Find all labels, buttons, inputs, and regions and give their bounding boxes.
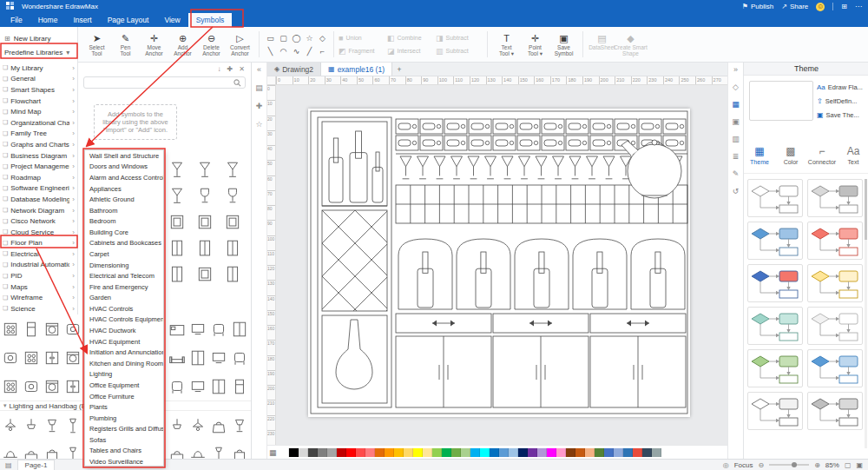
panel-tab-text[interactable]: Aa Text <box>838 142 868 173</box>
symbol-thumbnail-cabinet[interactable] <box>62 372 83 400</box>
submenu-item-tables-and-chairs[interactable]: Tables and Chairs <box>85 446 163 457</box>
scrollbar-thumb[interactable] <box>865 179 867 240</box>
library-item-roadmap[interactable]: ❏ Roadmap › <box>0 172 77 183</box>
library-item-software-engineering[interactable]: ❏ Software Engineering › <box>0 183 77 195</box>
library-item-business-diagram[interactable]: ❏ Business Diagram › <box>0 150 77 162</box>
symbol-thumbnail-wine-glass[interactable] <box>163 156 191 182</box>
library-item-network-diagram[interactable]: ❏ Network Diagram › <box>0 205 77 216</box>
submenu-item-lighting[interactable]: Lighting <box>85 369 163 381</box>
add-symbols-icon[interactable]: ✚ <box>256 102 263 110</box>
symbol-thumbnail-stove[interactable] <box>21 343 42 372</box>
library-item-organizational-chart[interactable]: ❏ Organizational Chart › <box>0 117 77 129</box>
convert-anchor-button[interactable]: ▷ Convert Anchor <box>226 33 254 56</box>
symbol-thumbnail-sofa[interactable] <box>167 343 187 372</box>
symbol-thumbnail-goblet[interactable] <box>191 182 219 209</box>
freeform-shape-icon[interactable]: ╱ <box>303 44 316 57</box>
library-item-industrial-automation[interactable]: ❏ Industrial Automation › <box>0 260 77 271</box>
menu-tab-home[interactable]: Home <box>30 13 66 27</box>
symbol-thumbnail-washer[interactable] <box>42 372 62 400</box>
create-smart-shape-button[interactable]: ◆ Create Smart Shape <box>616 33 645 56</box>
selection-tool-button[interactable]: ➤ Select Tool <box>82 33 111 56</box>
curve-shape-icon[interactable]: ∿ <box>290 44 303 57</box>
submenu-item-bathroom[interactable]: Bathroom <box>85 205 163 216</box>
library-item-maps[interactable]: ❏ Maps › <box>0 281 77 293</box>
color-swatch[interactable] <box>451 448 461 457</box>
symbol-thumbnail-panel[interactable] <box>163 235 191 261</box>
submenu-item-building-core[interactable]: Building Core <box>85 227 163 238</box>
layers-icon[interactable]: ≣ <box>733 152 740 161</box>
submenu-item-bedroom[interactable]: Bedroom <box>85 215 163 227</box>
focus-icon[interactable]: ◎ <box>723 461 729 469</box>
color-swatch[interactable] <box>308 448 318 457</box>
color-swatch[interactable] <box>490 448 499 457</box>
symbol-thumbnail-sink[interactable] <box>21 372 42 400</box>
self-define-theme-button[interactable]: ⇪ SelfDefin... <box>817 95 867 107</box>
submenu-item-wall-shell-and-structure[interactable]: Wall Shell and Structure <box>85 150 163 162</box>
symbol-thumbnail-stove[interactable] <box>0 372 21 400</box>
color-swatch[interactable] <box>652 448 661 457</box>
submenu-item-dimensioning[interactable]: Dimensioning <box>85 260 163 271</box>
symbol-thumbnail-bed[interactable] <box>167 314 187 343</box>
history-icon[interactable]: ↺ <box>733 187 740 195</box>
line-shape-icon[interactable]: ╲ <box>264 44 277 57</box>
color-swatch[interactable] <box>518 448 528 457</box>
color-swatch[interactable] <box>413 448 423 457</box>
favorites-icon[interactable]: ☆ <box>255 120 262 129</box>
color-swatch[interactable] <box>394 448 404 457</box>
color-swatch[interactable] <box>614 448 623 457</box>
symbol-thumbnail-frame[interactable] <box>191 261 219 287</box>
color-swatch[interactable] <box>556 448 566 457</box>
library-item-wireframe[interactable]: ❏ Wireframe › <box>0 292 77 303</box>
color-swatch[interactable] <box>346 448 356 457</box>
color-swatch[interactable] <box>566 448 575 457</box>
close-icon[interactable]: ✕ <box>239 65 245 73</box>
panel-tab-connector[interactable]: ⌐ Connector <box>806 142 838 173</box>
symbol-thumbnail-floor-lamp[interactable] <box>62 411 83 440</box>
theme-card-5[interactable] <box>747 264 803 302</box>
symbol-thumbnail-ceiling-lamp[interactable] <box>187 411 208 440</box>
color-swatch[interactable] <box>432 448 442 457</box>
menu-tab-symbols[interactable]: Symbols <box>188 13 233 27</box>
palette-grid-icon[interactable]: ▦ <box>269 448 277 457</box>
symbol-thumbnail-panel[interactable] <box>163 261 191 287</box>
color-swatch[interactable] <box>461 448 470 457</box>
symbol-thumbnail-handbag[interactable] <box>208 411 229 440</box>
predefine-libraries-button[interactable]: Predefine Libraries ▾ <box>0 45 77 59</box>
symbol-thumbnail-pendant-lamp[interactable] <box>167 411 187 440</box>
rounded-rectangle-shape-icon[interactable]: ▢ <box>277 31 290 44</box>
page-tab[interactable]: Page-1 <box>17 460 56 470</box>
save-symbol-button[interactable]: ▣ Save Symbol <box>549 33 578 56</box>
combine-button[interactable]: ◧ Combine <box>387 31 434 44</box>
user-avatar[interactable]: ☺ <box>816 3 825 11</box>
drawing-page[interactable] <box>308 109 690 417</box>
apps-icon[interactable]: ⊞ <box>841 3 847 10</box>
color-swatch[interactable] <box>356 448 365 457</box>
submenu-item-cabinets-and-bookcases[interactable]: Cabinets and Bookcases <box>85 238 163 249</box>
ellipse-shape-icon[interactable]: ◯ <box>290 31 303 44</box>
polygon-shape-icon[interactable]: ◇ <box>316 31 329 44</box>
zoom-slider-thumb[interactable] <box>792 462 797 467</box>
symbol-search-box[interactable] <box>83 76 246 89</box>
symbol-thumbnail-panel[interactable] <box>191 235 219 261</box>
color-swatch[interactable] <box>470 448 480 457</box>
zoom-in-icon[interactable]: ⊕ <box>814 461 820 469</box>
submenu-item-garden[interactable]: Garden <box>85 293 163 304</box>
symbol-thumbnail-tv[interactable] <box>208 343 229 372</box>
symbol-thumbnail-wine-glass[interactable] <box>219 156 247 182</box>
theme-card-1[interactable] <box>747 179 803 217</box>
share-button[interactable]: ↗Share <box>781 3 808 10</box>
library-item-graphs-and-charts[interactable]: ❏ Graphs and Charts › <box>0 139 77 150</box>
color-swatch[interactable] <box>279 448 289 457</box>
doc-tab-drawing2[interactable]: ◈ Drawing2 <box>267 63 321 76</box>
symbol-thumbnail-pendant-lamp[interactable] <box>21 411 42 440</box>
symbol-thumbnail-wardrobe[interactable] <box>229 314 250 343</box>
color-swatch[interactable] <box>499 448 509 457</box>
library-item-cisco-network[interactable]: ❏ Cisco Network › <box>0 215 77 227</box>
arc-shape-icon[interactable]: ◠ <box>277 44 290 57</box>
canvas-background[interactable] <box>276 85 727 445</box>
menu-tab-view[interactable]: View <box>156 13 187 27</box>
symbol-thumbnail-wine-glass[interactable] <box>191 156 219 182</box>
symbol-thumbnail-tv[interactable] <box>187 314 208 343</box>
library-item-project-management[interactable]: ❏ Project Management › <box>0 161 77 172</box>
color-swatch[interactable] <box>642 448 652 457</box>
